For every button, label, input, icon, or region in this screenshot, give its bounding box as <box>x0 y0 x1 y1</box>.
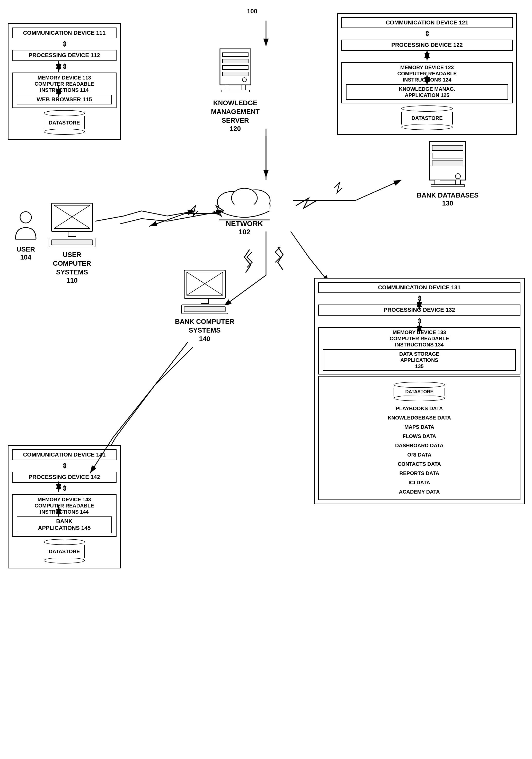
datastore-131: DATASTORE PLAYBOOKS DATA KNOWLEDGEBASE D… <box>318 376 520 500</box>
datastore-141: DATASTORE <box>44 539 85 564</box>
network-cloud-icon <box>214 180 275 221</box>
bank-computer-systems: BANK COMPUTERSYSTEMS 140 <box>175 270 234 343</box>
bank-databases: BANK DATABASES 130 <box>417 139 478 207</box>
bank-databases-ref: 130 <box>417 199 478 207</box>
user-figure: USER 104 <box>13 211 39 261</box>
bank-app-145: BANKAPPLICATIONS 145 <box>17 516 112 533</box>
knowledge-server-ref: 120 <box>211 125 260 133</box>
comm-device-111: COMMUNICATION DEVICE 111 <box>12 27 116 38</box>
memory-device-133: MEMORY DEVICE 133COMPUTER READABLEINSTRU… <box>318 327 520 375</box>
knowledge-app-125: KNOWLEDGE MANAG.APPLICATION 125 <box>346 84 508 100</box>
system-131-box: COMMUNICATION DEVICE 131 ⇕ PROCESSING DE… <box>314 278 525 504</box>
web-browser-115: WEB BROWSER 115 <box>17 95 112 104</box>
svg-rect-17 <box>223 65 248 69</box>
svg-point-43 <box>455 174 461 179</box>
svg-rect-31 <box>52 240 93 245</box>
comm-device-121: COMMUNICATION DEVICE 121 <box>341 17 513 28</box>
user-computer-systems: USERCOMPUTERSYSTEMS 110 <box>46 203 98 285</box>
svg-point-19 <box>242 78 246 82</box>
svg-rect-15 <box>223 53 248 57</box>
datastore-121: DATASTORE <box>401 105 453 130</box>
network-cloud: NETWORK 102 <box>214 180 275 236</box>
system-141-box: COMMUNICATION DEVICE 141 ⇕ PROCESSING DE… <box>8 445 121 568</box>
svg-rect-22 <box>221 90 250 92</box>
processing-device-122: PROCESSING DEVICE 122 <box>341 40 513 50</box>
comm-device-131: COMMUNICATION DEVICE 131 <box>318 282 520 293</box>
processing-device-142: PROCESSING DEVICE 142 <box>12 472 116 483</box>
svg-rect-46 <box>431 185 464 187</box>
user-label: USER <box>13 245 39 253</box>
datastore-110: DATASTORE <box>44 110 85 135</box>
memory-device-123: MEMORY DEVICE 123COMPUTER READABLEINSTRU… <box>341 62 513 103</box>
svg-rect-41 <box>432 153 463 158</box>
knowledge-server-label: KNOWLEDGEMANAGEMENTSERVER <box>211 99 260 125</box>
processing-device-112: PROCESSING DEVICE 112 <box>12 50 116 61</box>
network-ref: 102 <box>214 228 275 236</box>
memory-device-113: MEMORY DEVICE 113COMPUTER READABLEINSTRU… <box>12 72 116 108</box>
svg-rect-42 <box>432 161 463 166</box>
user-computer-label: USERCOMPUTERSYSTEMS <box>46 251 98 276</box>
bank-databases-label: BANK DATABASES <box>417 191 478 199</box>
knowledge-server: KNOWLEDGEMANAGEMENTSERVER 120 <box>211 46 260 133</box>
bank-databases-icon <box>425 139 471 190</box>
bank-computer-icon <box>179 270 230 316</box>
bank-computer-ref: 140 <box>175 335 234 343</box>
computer-icon <box>46 203 98 250</box>
memory-device-143: MEMORY DEVICE 143COMPUTER READABLEINSTRU… <box>12 494 116 537</box>
bank-computer-label: BANK COMPUTERSYSTEMS <box>175 317 234 335</box>
svg-rect-53 <box>184 306 225 312</box>
server-icon <box>212 46 259 98</box>
svg-rect-16 <box>223 59 248 63</box>
ref-100: 100 <box>247 8 257 15</box>
svg-rect-18 <box>223 72 248 76</box>
user-ref: 104 <box>13 253 39 261</box>
svg-rect-29 <box>68 231 76 237</box>
user-icon <box>13 211 39 244</box>
user-computer-ref: 110 <box>46 276 98 285</box>
svg-point-23 <box>20 212 31 223</box>
svg-rect-40 <box>432 145 463 150</box>
system-110-box: COMMUNICATION DEVICE 111 ⇕ PROCESSING DE… <box>8 23 121 140</box>
system-121-box: COMMUNICATION DEVICE 121 ⇕ PROCESSING DE… <box>337 13 517 135</box>
data-storage-app-135: DATA STORAGEAPPLICATIONS135 <box>323 349 516 371</box>
processing-device-132: PROCESSING DEVICE 132 <box>318 304 520 315</box>
datastore-items: PLAYBOOKS DATA KNOWLEDGEBASE DATA MAPS D… <box>322 404 517 497</box>
diagram: 100 COMMUNICATION DEVICE 111 ⇕ PROCESSIN… <box>0 0 532 759</box>
svg-rect-51 <box>201 299 209 303</box>
comm-device-141: COMMUNICATION DEVICE 141 <box>12 449 116 460</box>
